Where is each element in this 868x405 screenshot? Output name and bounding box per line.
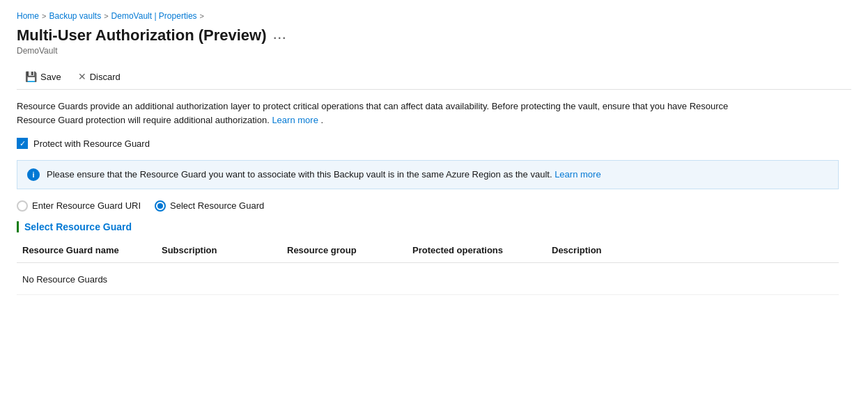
info-banner-message: Please ensure that the Resource Guard yo… [47, 169, 552, 180]
table-empty-row: No Resource Guards [17, 264, 839, 295]
save-button[interactable]: 💾 Save [17, 68, 70, 85]
description-period: . [321, 115, 324, 125]
save-label: Save [40, 72, 61, 82]
toolbar: 💾 Save ✕ Discard [17, 64, 851, 90]
protect-checkbox-row: ✓ Protect with Resource Guard [17, 138, 851, 149]
radio-options-row: Enter Resource Guard URI Select Resource… [17, 200, 851, 212]
info-banner-text: Please ensure that the Resource Guard yo… [47, 168, 601, 182]
description-line1: Resource Guards provide an additional au… [17, 101, 728, 111]
section-heading[interactable]: Select Resource Guard [17, 221, 851, 232]
protect-checkbox-label: Protect with Resource Guard [33, 138, 150, 149]
breadcrumb-sep-1: > [42, 12, 46, 20]
table-header-row: Resource Guard name Subscription Resourc… [17, 242, 839, 263]
description-line2: Resource Guard protection will require a… [17, 115, 270, 125]
discard-label: Discard [90, 72, 121, 82]
breadcrumb: Home > Backup vaults > DemoVault | Prope… [17, 11, 851, 21]
radio-label-guard: Select Resource Guard [170, 200, 264, 211]
discard-button[interactable]: ✕ Discard [70, 68, 129, 85]
save-icon: 💾 [25, 71, 37, 82]
breadcrumb-home[interactable]: Home [17, 11, 39, 21]
page-title: Multi-User Authorization (Preview) [17, 26, 267, 45]
info-banner-learn-more[interactable]: Learn more [555, 169, 600, 180]
vault-name: DemoVault [17, 46, 851, 56]
breadcrumb-properties[interactable]: DemoVault | Properties [111, 11, 197, 21]
radio-circle-uri [17, 200, 28, 212]
col-header-name: Resource Guard name [17, 242, 156, 258]
col-header-description: Description [546, 242, 685, 258]
info-icon: i [27, 168, 40, 181]
col-header-subscription: Subscription [156, 242, 281, 258]
discard-icon: ✕ [78, 71, 86, 82]
radio-circle-guard [155, 200, 166, 212]
page-menu-icon[interactable]: ... [274, 29, 287, 42]
breadcrumb-backup-vaults[interactable]: Backup vaults [49, 11, 101, 21]
col-header-resource-group: Resource group [281, 242, 407, 258]
radio-label-uri: Enter Resource Guard URI [32, 200, 141, 211]
col-header-protected-ops: Protected operations [407, 242, 546, 258]
description-text: Resource Guards provide an additional au… [17, 100, 839, 127]
description-learn-more[interactable]: Learn more [272, 115, 318, 125]
protect-checkbox[interactable]: ✓ [17, 138, 28, 149]
radio-select-guard[interactable]: Select Resource Guard [155, 200, 264, 212]
resource-guard-table: Resource Guard name Subscription Resourc… [17, 242, 839, 295]
page-title-container: Multi-User Authorization (Preview) ... [17, 26, 851, 45]
breadcrumb-sep-3: > [200, 12, 204, 20]
breadcrumb-sep-2: > [104, 12, 108, 20]
table-empty-message: No Resource Guards [17, 269, 156, 290]
radio-enter-uri[interactable]: Enter Resource Guard URI [17, 200, 141, 212]
info-banner: i Please ensure that the Resource Guard … [17, 160, 839, 189]
